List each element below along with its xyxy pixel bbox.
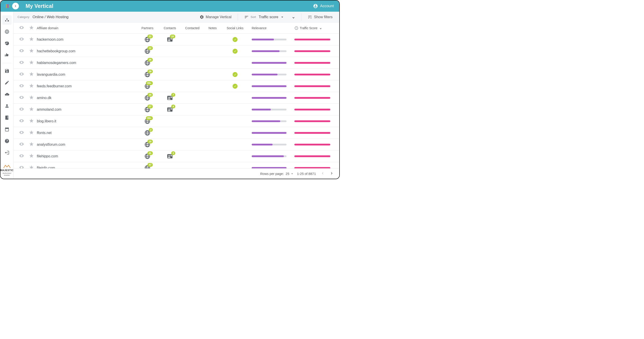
row-domain[interactable]: fileinfo.com [36, 166, 136, 169]
rows-per-page-select[interactable]: 25 [286, 172, 294, 176]
row-domain[interactable]: filehippo.com [36, 154, 136, 158]
rail-help[interactable] [2, 136, 12, 146]
account-menu[interactable]: Account [313, 3, 334, 8]
row-eye-icon[interactable] [19, 72, 24, 77]
table-row[interactable]: ffonts.net 2 [14, 127, 339, 139]
app-logo [3, 2, 11, 10]
partners-badge[interactable]: 22 [144, 36, 150, 43]
row-star-icon[interactable] [29, 153, 34, 159]
row-eye-icon[interactable] [19, 130, 24, 136]
partners-badge[interactable]: 38 [144, 71, 150, 78]
sort-button[interactable]: Sort Traffic score [242, 13, 287, 21]
rail-thumbs[interactable] [2, 50, 12, 60]
rail-cloud[interactable] [2, 90, 12, 99]
row-star-icon[interactable] [29, 165, 34, 169]
table-row[interactable]: analystforum.com 16 [14, 139, 339, 150]
partners-badge[interactable]: 26 [144, 60, 150, 66]
partners-count: 38 [148, 70, 153, 73]
row-eye-icon[interactable] [19, 165, 24, 169]
row-eye-icon[interactable] [19, 153, 24, 159]
contacts-badge[interactable]: 3 [167, 153, 173, 159]
col-partners[interactable]: Partners [136, 26, 159, 30]
row-star-icon[interactable] [29, 95, 34, 101]
partners-badge[interactable]: 57 [144, 106, 150, 113]
partners-badge[interactable]: 99+ [144, 118, 150, 124]
row-domain[interactable]: hackernoon.com [36, 37, 136, 41]
row-star-icon[interactable] [29, 130, 34, 136]
contacts-badge[interactable]: 10 [167, 36, 173, 43]
partners-badge[interactable]: 47 [144, 165, 150, 169]
contacts-badge[interactable]: 4 [167, 106, 173, 113]
col-notes[interactable]: Notes [204, 26, 222, 30]
traffic-bar [294, 39, 330, 40]
row-domain[interactable]: hachettebookgroup.com [36, 49, 136, 53]
table-row[interactable]: feeds.feedburner.com 99+ [14, 80, 339, 92]
rail-save[interactable] [2, 66, 12, 76]
table-row[interactable]: ammoland.com 57 4 [14, 104, 339, 115]
col-star-icon[interactable] [29, 25, 34, 31]
row-domain[interactable]: blog.libero.it [36, 119, 136, 123]
manage-vertical-button[interactable]: Manage Vertical [197, 13, 234, 21]
table-row[interactable]: amino.dk 16 7 [14, 92, 339, 104]
row-domain[interactable]: feeds.feedburner.com [36, 84, 136, 88]
rail-person[interactable] [2, 101, 12, 111]
col-eye-icon[interactable] [19, 25, 24, 31]
sort-direction-button[interactable] [290, 15, 298, 19]
row-eye-icon[interactable] [19, 118, 24, 124]
row-star-icon[interactable] [29, 60, 34, 66]
row-star-icon[interactable] [29, 107, 34, 112]
row-domain[interactable]: lavanguardia.com [36, 72, 136, 76]
row-domain[interactable]: amino.dk [36, 96, 136, 100]
rail-pie[interactable] [2, 39, 12, 48]
col-social[interactable]: Social Links [222, 26, 248, 30]
row-eye-icon[interactable] [19, 107, 24, 112]
rail-target[interactable] [2, 27, 12, 36]
sidebar-expand-button[interactable] [12, 3, 19, 9]
row-eye-icon[interactable] [19, 95, 24, 101]
row-domain[interactable]: hablamosdegamers.com [36, 61, 136, 65]
partners-badge[interactable]: 41 [144, 153, 150, 159]
contacts-badge[interactable]: 7 [167, 95, 173, 101]
col-relevance[interactable]: Relevance [248, 26, 291, 30]
col-traffic[interactable]: ? Traffic Score [291, 26, 336, 30]
partners-badge[interactable]: 16 [144, 95, 150, 101]
row-eye-icon[interactable] [19, 60, 24, 66]
next-page-button[interactable] [328, 170, 335, 178]
partners-badge[interactable]: 12 [144, 48, 150, 54]
row-domain[interactable]: analystforum.com [36, 143, 136, 147]
rail-book[interactable] [2, 113, 12, 122]
col-contacts[interactable]: Contacts [159, 26, 181, 30]
partners-badge[interactable]: 99+ [144, 83, 150, 89]
table-row[interactable]: hackernoon.com 22 10 [14, 34, 339, 45]
row-eye-icon[interactable] [19, 36, 24, 42]
row-star-icon[interactable] [29, 72, 34, 77]
table-row[interactable]: hablamosdegamers.com 26 [14, 57, 339, 69]
col-affiliate[interactable]: Affiliate domain [36, 26, 136, 30]
rail-shapes[interactable] [2, 15, 12, 25]
rail-calendar[interactable] [2, 125, 12, 134]
partners-badge[interactable]: 2 [144, 130, 150, 136]
table-row[interactable]: fileinfo.com 47 [14, 162, 339, 168]
row-star-icon[interactable] [29, 36, 34, 42]
row-star-icon[interactable] [29, 118, 34, 124]
show-filters-button[interactable]: Show filters [305, 13, 335, 21]
rail-logout[interactable] [2, 148, 12, 157]
help-circle-icon[interactable]: ? [294, 26, 298, 30]
category-value[interactable]: Online / Web Hosting [32, 15, 68, 19]
prev-page-button[interactable] [319, 170, 326, 178]
table-row[interactable]: lavanguardia.com 38 [14, 69, 339, 80]
rail-edit[interactable] [2, 78, 12, 87]
row-star-icon[interactable] [29, 48, 34, 54]
partners-badge[interactable]: 16 [144, 141, 150, 148]
table-row[interactable]: blog.libero.it 99+ [14, 115, 339, 127]
col-contacted[interactable]: Contacted [181, 26, 204, 30]
row-star-icon[interactable] [29, 142, 34, 147]
row-eye-icon[interactable] [19, 83, 24, 89]
row-eye-icon[interactable] [19, 142, 24, 147]
table-row[interactable]: hachettebookgroup.com 12 [14, 45, 339, 57]
row-star-icon[interactable] [29, 83, 34, 89]
row-domain[interactable]: ffonts.net [36, 131, 136, 135]
row-domain[interactable]: ammoland.com [36, 107, 136, 112]
row-eye-icon[interactable] [19, 48, 24, 54]
table-row[interactable]: filehippo.com 41 3 [14, 150, 339, 162]
